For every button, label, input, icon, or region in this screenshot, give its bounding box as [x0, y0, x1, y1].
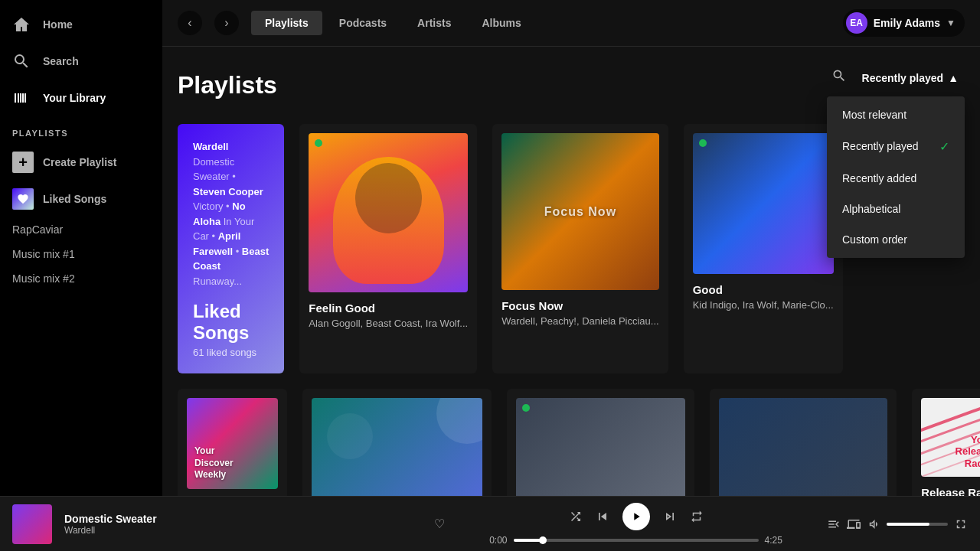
feelin-good-image: [309, 133, 468, 292]
sort-most-relevant[interactable]: Most relevant: [830, 99, 962, 130]
progress-area: 0:00 4:25: [489, 535, 782, 546]
play-icon: [630, 510, 642, 523]
focus-now-subtitle: Wardell, Peachy!, Daniela Picciau...: [501, 315, 658, 327]
tab-albums[interactable]: Albums: [468, 11, 534, 35]
focus-now-image: Focus Now: [501, 133, 658, 290]
small-dot: [315, 139, 322, 147]
tab-playlists[interactable]: Playlists: [251, 11, 322, 35]
forward-button[interactable]: ›: [214, 11, 239, 35]
create-playlist-button[interactable]: + Create Playlist: [0, 144, 162, 181]
player-controls: [569, 503, 704, 530]
content-area: Playlists Recently played ▲ Most r: [162, 47, 980, 496]
track-info: Domestic Sweater Wardell: [64, 513, 422, 536]
sidebar-nav-search[interactable]: Search: [0, 43, 162, 80]
progress-bar[interactable]: [514, 539, 759, 542]
sidebar-item-rapcaviar[interactable]: RapCaviar: [0, 217, 162, 242]
queue-icon: [827, 517, 841, 531]
sidebar-nav-library[interactable]: Your Library: [0, 80, 162, 116]
shuffle-icon: [569, 510, 583, 523]
next-button[interactable]: [662, 509, 678, 524]
queue-button[interactable]: [827, 517, 841, 531]
daily-mix-3-image: YourDaily Mix 3: [719, 398, 887, 496]
next-icon: [662, 509, 678, 524]
heart-icon: [17, 193, 29, 205]
progress-dot: [539, 536, 547, 544]
good-dot: [699, 139, 707, 147]
devices-icon: [847, 517, 861, 531]
daily-mix-2-image: YourDaily Mix 2: [516, 398, 685, 496]
sidebar-nav-home-label: Home: [43, 18, 73, 31]
sort-custom-order[interactable]: Custom order: [830, 224, 962, 255]
playlist-card-focus-now[interactable]: Focus Now Focus Now Wardell, Peachy!, Da…: [492, 124, 668, 373]
fullscreen-icon: [954, 517, 968, 531]
focus-now-title: Focus Now: [501, 299, 658, 312]
sort-dropdown-button[interactable]: Recently played ▲: [856, 69, 965, 87]
liked-songs-card[interactable]: Wardell Domestic Sweater • Steven Cooper…: [178, 124, 284, 373]
playlist-card-good[interactable]: Good Kid Indigo, Ira Wolf, Marie-Clo...: [684, 124, 843, 373]
search-icon: [12, 52, 31, 70]
tab-podcasts[interactable]: Podcasts: [325, 11, 400, 35]
sort-dropdown-menu: Most relevant Recently played ✓ Recently…: [827, 96, 965, 258]
sort-bar: Recently played ▲ Most relevant Recently…: [828, 65, 965, 90]
back-button[interactable]: ‹: [178, 11, 202, 35]
shuffle-button[interactable]: [569, 510, 583, 523]
sort-recently-added[interactable]: Recently added: [830, 163, 962, 194]
user-dropdown-chevron: ▼: [946, 18, 956, 28]
playlist-card-daily-mix-1[interactable]: YourDaily Mix 1 Daily Mix 1 Gene Evaro J…: [302, 389, 492, 496]
daily-mix-1-image: YourDaily Mix 1: [312, 398, 482, 496]
feelin-good-title: Feelin Good: [309, 302, 468, 315]
devices-button[interactable]: [847, 517, 861, 531]
user-menu[interactable]: EA Emily Adams ▼: [843, 9, 965, 37]
volume-bar[interactable]: [887, 523, 948, 526]
liked-songs-preview: Wardell Domestic Sweater • Steven Cooper…: [193, 139, 269, 289]
sort-recently-played[interactable]: Recently played ✓: [830, 130, 962, 163]
library-icon: [12, 89, 31, 107]
volume-button[interactable]: [867, 517, 880, 531]
home-icon: [12, 15, 31, 34]
previous-icon: [595, 509, 610, 524]
track-title: Domestic Sweater: [64, 513, 422, 525]
sidebar-nav-home[interactable]: Home: [0, 6, 162, 43]
playlist-card-discover-weekly[interactable]: YourDiscoverWeekly Discover Weekly Made …: [178, 389, 287, 496]
daily2-dot: [522, 404, 530, 412]
check-icon: ✓: [939, 139, 949, 154]
playlist-grid-row2: YourDiscoverWeekly Discover Weekly Made …: [178, 389, 965, 496]
like-track-button[interactable]: ♡: [434, 517, 445, 531]
tab-group: Playlists Podcasts Artists Albums: [251, 11, 535, 35]
main-content: ‹ › Playlists Podcasts Artists Albums EA…: [162, 0, 980, 496]
good-subtitle: Kid Indigo, Ira Wolf, Marie-Clo...: [693, 299, 834, 311]
playlist-card-release-radar[interactable]: YourReleaseRadar Release Radar Made for …: [912, 389, 980, 496]
play-pause-button[interactable]: [622, 503, 650, 530]
playlist-card-daily-mix-2[interactable]: YourDaily Mix 2 Daily Mix 2 The Serious …: [507, 389, 694, 496]
sidebar-item-music-mix-2[interactable]: Music mix #2: [0, 266, 162, 291]
sidebar: Home Search Your Library PLAYLISTS + Cre…: [0, 0, 162, 496]
track-thumbnail-image: [12, 504, 52, 544]
time-total: 4:25: [765, 535, 782, 546]
heart-gradient-icon: [12, 188, 34, 210]
sort-alphabetical[interactable]: Alphabetical: [830, 194, 962, 224]
avatar: EA: [846, 12, 867, 34]
liked-songs-card-title: Liked Songs: [193, 301, 269, 344]
previous-button[interactable]: [595, 509, 610, 524]
discover-weekly-overlay-label: YourDiscoverWeekly: [194, 445, 234, 481]
volume-fill: [887, 523, 929, 526]
tab-artists[interactable]: Artists: [403, 11, 465, 35]
liked-songs-button[interactable]: Liked Songs: [0, 181, 162, 217]
fullscreen-button[interactable]: [954, 517, 968, 531]
playlist-card-daily-mix-3[interactable]: YourDaily Mix 3 Daily Mix 3 Marie-Clo, N…: [710, 389, 897, 496]
volume-icon: [867, 517, 880, 531]
feelin-good-subtitle: Alan Gogoll, Beast Coast, Ira Wolf...: [309, 318, 468, 329]
page-title: Playlists: [178, 71, 277, 99]
sidebar-item-music-mix-1[interactable]: Music mix #1: [0, 242, 162, 266]
search-filter-button[interactable]: [828, 65, 850, 90]
repeat-button[interactable]: [690, 510, 704, 523]
playlists-section-label: PLAYLISTS: [0, 116, 162, 144]
liked-songs-count: 61 liked songs: [193, 347, 269, 358]
good-title: Good: [693, 283, 834, 296]
sort-chevron-up-icon: ▲: [948, 72, 959, 84]
time-current: 0:00: [489, 535, 507, 546]
track-thumbnail: [12, 504, 52, 544]
right-controls: [827, 517, 968, 531]
playlist-card-feelin-good[interactable]: Feelin Good Alan Gogoll, Beast Coast, Ir…: [299, 124, 477, 373]
user-name: Emily Adams: [874, 17, 940, 29]
